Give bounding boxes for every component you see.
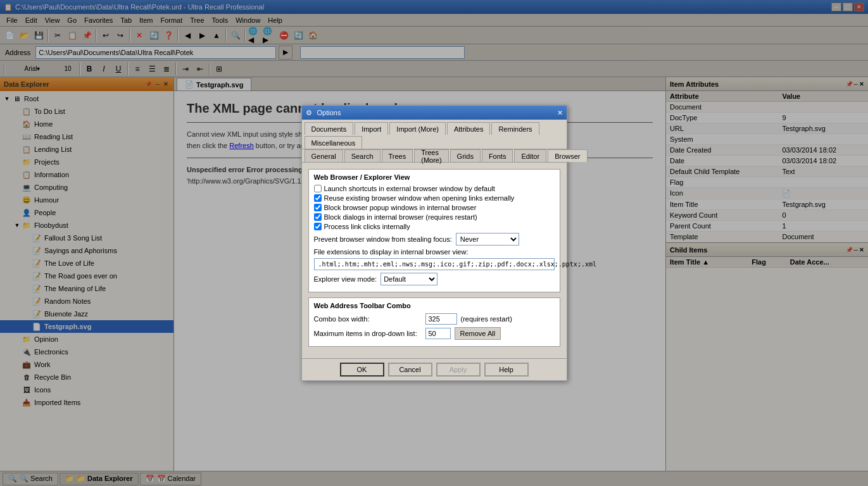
checkbox-row-4: Block dialogs in internal browser (requi… <box>314 213 555 221</box>
ok-button[interactable]: OK <box>340 363 384 377</box>
checkbox-label-external-browser: Launch shortcuts in external browser win… <box>324 185 495 192</box>
tab-documents[interactable]: Documents <box>305 122 354 135</box>
max-items-input[interactable] <box>425 328 451 339</box>
file-ext-label: File extensions to display in internal b… <box>314 248 555 256</box>
combo-section-title: Web Address Toolbar Combo <box>314 302 555 309</box>
modal-overlay: ⚙ Options ✕ Documents Import Import (Mor… <box>0 0 868 486</box>
explorer-mode-select[interactable]: Default Compatibility <box>381 273 437 285</box>
tab-miscellaneous[interactable]: Miscellaneous <box>305 136 363 149</box>
checkbox-label-block-dialogs: Block dialogs in internal browser (requi… <box>324 213 477 221</box>
checkbox-external-browser[interactable] <box>314 185 322 192</box>
combo-width-label: Combo box width: <box>314 315 422 323</box>
remove-all-button[interactable]: Remove All <box>455 327 501 340</box>
checkbox-row-2: Reuse existing browser window when openi… <box>314 194 555 202</box>
max-items-row: Maximum items in drop-down list: Remove … <box>314 327 555 340</box>
tab-trees[interactable]: Trees <box>382 149 413 162</box>
dialog-tabs-row2: General Search Trees Trees (More) Grids … <box>302 149 567 163</box>
apply-button[interactable]: Apply <box>436 363 481 377</box>
tab-import-more[interactable]: Import (More) <box>389 122 446 135</box>
explorer-mode-label: Explorer view mode: <box>314 275 377 283</box>
checkbox-row-3: Block browser popup windows in internal … <box>314 204 555 211</box>
checkbox-row-5: Process link clicks internally <box>314 223 555 230</box>
max-items-label: Maximum items in drop-down list: <box>314 330 422 337</box>
dialog-content: Web Browser / Explorer View Launch short… <box>302 163 567 358</box>
steal-focus-select[interactable]: Never Always <box>456 233 519 246</box>
steal-focus-row: Prevent browser window from stealing foc… <box>314 233 555 246</box>
help-dialog-button[interactable]: Help <box>484 363 529 377</box>
browser-section-group: Web Browser / Explorer View Launch short… <box>308 169 560 292</box>
dialog-footer: OK Cancel Apply Help <box>302 358 567 380</box>
checkbox-row-1: Launch shortcuts in external browser win… <box>314 185 555 192</box>
tab-reminders[interactable]: Reminders <box>491 122 539 135</box>
combo-width-note: (requires restart) <box>461 315 512 323</box>
tab-search[interactable]: Search <box>344 149 381 162</box>
browser-section-title: Web Browser / Explorer View <box>314 173 555 181</box>
combo-section-group: Web Address Toolbar Combo Combo box widt… <box>308 297 560 347</box>
file-ext-row: File extensions to display in internal b… <box>314 248 555 270</box>
combo-width-row: Combo box width: (requires restart) <box>314 313 555 325</box>
combo-width-input[interactable] <box>425 313 457 325</box>
tab-general[interactable]: General <box>305 149 343 162</box>
file-ext-value: .html;.htm;.mht;.eml;.nws;.msg;.ico;.gif… <box>314 258 555 270</box>
steal-focus-label: Prevent browser window from stealing foc… <box>314 235 452 243</box>
tab-fonts[interactable]: Fonts <box>482 149 513 162</box>
dialog-title-group: ⚙ Options <box>306 109 341 117</box>
tab-trees-more[interactable]: Trees (More) <box>414 149 448 162</box>
checkbox-label-process-links: Process link clicks internally <box>324 223 410 230</box>
cancel-button[interactable]: Cancel <box>388 363 432 377</box>
tab-attributes[interactable]: Attributes <box>447 122 490 135</box>
tab-editor[interactable]: Editor <box>514 149 546 162</box>
checkbox-label-block-popup: Block browser popup windows in internal … <box>324 204 477 211</box>
dialog-close-button[interactable]: ✕ <box>557 109 563 117</box>
dialog-tabs-row1: Documents Import Import (More) Attribute… <box>302 120 567 149</box>
dialog-title-bar: ⚙ Options ✕ <box>302 106 567 120</box>
checkbox-block-popup[interactable] <box>314 204 322 211</box>
dialog-title: Options <box>317 109 341 116</box>
checkbox-process-links[interactable] <box>314 223 322 230</box>
tab-grids[interactable]: Grids <box>450 149 481 162</box>
tab-browser[interactable]: Browser <box>548 149 587 162</box>
explorer-mode-row: Explorer view mode: Default Compatibilit… <box>314 273 555 285</box>
options-dialog: ⚙ Options ✕ Documents Import Import (Mor… <box>301 105 567 381</box>
tab-import[interactable]: Import <box>355 122 388 135</box>
checkbox-reuse-browser[interactable] <box>314 194 322 202</box>
checkbox-block-dialogs[interactable] <box>314 213 322 221</box>
dialog-icon: ⚙ <box>306 109 312 117</box>
checkbox-label-reuse-browser: Reuse existing browser window when openi… <box>324 194 515 202</box>
